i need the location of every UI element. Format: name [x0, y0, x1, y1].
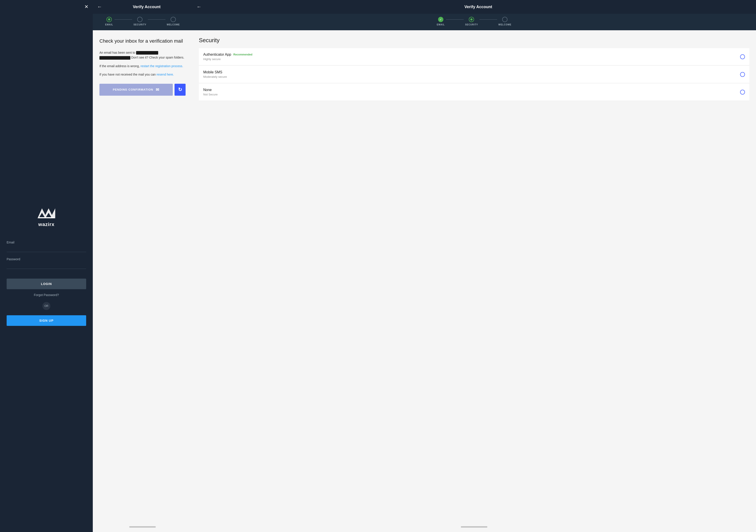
- security-content: Security Authenticator App Recommended H…: [192, 30, 756, 522]
- verify-security-header: ← Verify Account: [192, 0, 756, 14]
- verify-content-title: Check your inbox for a verification mail: [99, 38, 186, 44]
- sec-step-line-1: [446, 19, 464, 20]
- redacted-email-2: [99, 56, 130, 60]
- mail-icon: ✉: [156, 87, 159, 92]
- email-stepper: EMAIL SECURITY WELCOME: [93, 14, 192, 30]
- verify-email-panel: ← Verify Account EMAIL SECURITY WELCOME …: [93, 0, 192, 532]
- back-button-email[interactable]: ←: [97, 4, 102, 10]
- step-security-circle: [137, 17, 143, 22]
- step-security-label: SECURITY: [133, 23, 147, 26]
- login-panel: ✕ wazirx Email Password LOGIN Forgot Pas…: [0, 0, 93, 532]
- none-radio[interactable]: [740, 90, 745, 94]
- password-form-group: Password: [7, 257, 86, 269]
- sec-step-email-label: EMAIL: [437, 23, 445, 26]
- sent-text: An email has been sent to Don't see it? …: [99, 50, 186, 60]
- step-email-circle: [106, 17, 112, 22]
- authenticator-name: Authenticator App Recommended: [203, 53, 252, 57]
- email-label: Email: [7, 241, 86, 244]
- verify-security-title: Verify Account: [205, 5, 752, 9]
- verify-email-title: Verify Account: [106, 5, 188, 9]
- authenticator-info: Authenticator App Recommended Highly sec…: [203, 53, 252, 61]
- redacted-email: [136, 51, 158, 55]
- mobile-sms-info: Mobile SMS Moderately secure: [203, 70, 227, 78]
- wazirx-logo: [38, 206, 55, 219]
- sec-step-security-circle: [469, 17, 474, 22]
- svg-marker-0: [38, 208, 55, 218]
- not-received-text: If you have not received the mail you ca…: [99, 72, 186, 77]
- step-welcome-email: WELCOME: [167, 17, 180, 26]
- verify-security-panel: ← Verify Account ✓ EMAIL SECURITY WELCOM…: [192, 0, 756, 532]
- step-line-1: [115, 19, 132, 20]
- restart-link[interactable]: restart the registration process.: [141, 64, 183, 68]
- security-section-title: Security: [199, 37, 749, 44]
- recommended-badge: Recommended: [233, 53, 252, 56]
- security-panel-footer: [192, 522, 756, 532]
- refresh-icon: ↻: [178, 87, 182, 93]
- password-input[interactable]: [7, 262, 86, 269]
- password-label: Password: [7, 257, 86, 261]
- sec-step-email-circle: ✓: [438, 17, 444, 22]
- none-option[interactable]: None Not Secure: [199, 84, 749, 101]
- sec-step-email: ✓ EMAIL: [437, 17, 445, 26]
- email-input[interactable]: [7, 246, 86, 252]
- authenticator-radio[interactable]: [740, 54, 745, 59]
- close-button[interactable]: ✕: [84, 4, 88, 9]
- verify-email-content: Check your inbox for a verification mail…: [93, 30, 192, 522]
- logo-container: wazirx: [38, 206, 55, 227]
- forgot-password-link[interactable]: Forgot Password?: [34, 293, 59, 297]
- sec-step-welcome-circle: [502, 17, 507, 22]
- sec-step-welcome-label: WELCOME: [499, 23, 511, 26]
- none-info: None Not Secure: [203, 88, 218, 96]
- mobile-sms-desc: Moderately secure: [203, 75, 227, 78]
- none-name: None: [203, 88, 218, 92]
- mobile-sms-radio[interactable]: [740, 72, 745, 77]
- pending-btn-container: PENDING CONFIRMATION ✉ ↻: [99, 84, 186, 96]
- or-label: OR: [42, 302, 50, 310]
- wrong-email-text: If the email address is wrong, restart t…: [99, 64, 186, 68]
- refresh-button[interactable]: ↻: [175, 84, 186, 96]
- step-welcome-circle: [171, 17, 176, 22]
- verify-email-header: ← Verify Account: [93, 0, 192, 14]
- svg-rect-1: [39, 217, 54, 218]
- back-button-security[interactable]: ←: [197, 4, 202, 10]
- sec-step-welcome: WELCOME: [499, 17, 511, 26]
- sec-step-security: SECURITY: [465, 17, 478, 26]
- step-email: EMAIL: [105, 17, 113, 26]
- email-panel-footer: [93, 522, 192, 532]
- sec-step-line-2: [479, 19, 497, 20]
- authenticator-desc: Highly secure: [203, 57, 252, 61]
- mobile-sms-name: Mobile SMS: [203, 70, 227, 74]
- none-desc: Not Secure: [203, 93, 218, 96]
- email-form-group: Email: [7, 241, 86, 252]
- security-stepper: ✓ EMAIL SECURITY WELCOME: [192, 14, 756, 30]
- step-security-email: SECURITY: [133, 17, 147, 26]
- step-line-2: [148, 19, 166, 20]
- sec-step-security-label: SECURITY: [465, 23, 478, 26]
- step-email-label: EMAIL: [105, 23, 113, 26]
- bottom-bar-email: [129, 526, 156, 528]
- pending-label: PENDING CONFIRMATION: [113, 88, 153, 91]
- resend-link[interactable]: resend here.: [156, 73, 174, 76]
- signup-button[interactable]: SIGN UP: [7, 315, 86, 326]
- step-welcome-label: WELCOME: [167, 23, 180, 26]
- logo-text: wazirx: [38, 222, 54, 227]
- login-button[interactable]: LOGIN: [7, 279, 86, 289]
- pending-confirmation-button[interactable]: PENDING CONFIRMATION ✉: [99, 84, 173, 96]
- authenticator-option[interactable]: Authenticator App Recommended Highly sec…: [199, 48, 749, 66]
- mobile-sms-option[interactable]: Mobile SMS Moderately secure: [199, 66, 749, 83]
- or-divider: OR: [7, 302, 86, 310]
- bottom-bar-security: [461, 526, 487, 528]
